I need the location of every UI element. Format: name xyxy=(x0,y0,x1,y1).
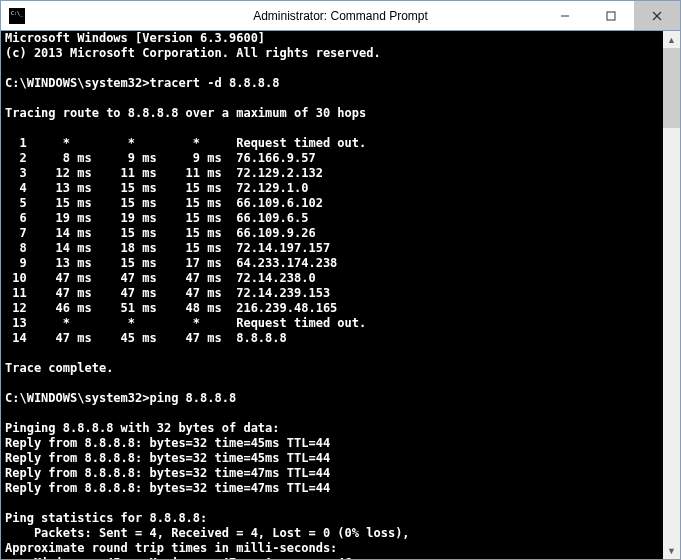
cmd-icon xyxy=(9,8,25,24)
scrollbar[interactable]: ▲ ▼ xyxy=(663,31,680,559)
svg-rect-1 xyxy=(607,12,615,20)
scroll-track[interactable] xyxy=(663,48,680,542)
scroll-up-button[interactable]: ▲ xyxy=(663,31,680,48)
minimize-button[interactable] xyxy=(542,1,588,30)
maximize-button[interactable] xyxy=(588,1,634,30)
client-area: Microsoft Windows [Version 6.3.9600] (c)… xyxy=(1,31,680,559)
close-button[interactable] xyxy=(634,1,680,30)
svg-line-2 xyxy=(653,12,661,20)
titlebar[interactable]: Administrator: Command Prompt xyxy=(1,1,680,31)
svg-line-3 xyxy=(653,12,661,20)
scroll-thumb[interactable] xyxy=(663,48,680,128)
scroll-down-button[interactable]: ▼ xyxy=(663,542,680,559)
terminal-output[interactable]: Microsoft Windows [Version 6.3.9600] (c)… xyxy=(1,31,663,559)
command-prompt-window: Administrator: Command Prompt Microsoft … xyxy=(0,0,681,560)
window-controls xyxy=(542,1,680,30)
